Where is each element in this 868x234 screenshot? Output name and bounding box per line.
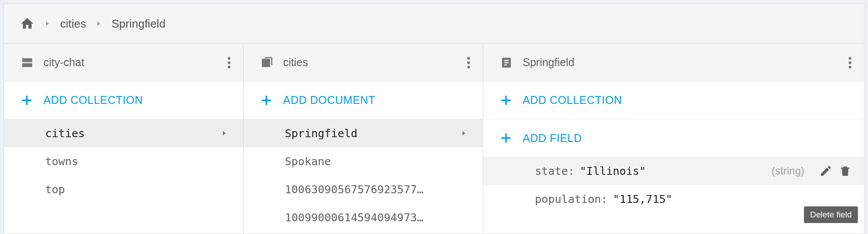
svg-point-15 bbox=[849, 57, 851, 59]
svg-point-7 bbox=[467, 61, 470, 64]
field-value: "115,715" bbox=[613, 193, 672, 206]
add-document-button[interactable]: ADD DOCUMENT bbox=[244, 82, 483, 119]
add-label: ADD DOCUMENT bbox=[283, 94, 375, 106]
edit-icon[interactable] bbox=[819, 164, 832, 177]
svg-rect-13 bbox=[504, 62, 509, 63]
field-value: "Illinois" bbox=[580, 165, 646, 177]
breadcrumb: cities Springfield bbox=[4, 4, 864, 43]
chevron-right-icon bbox=[95, 20, 103, 28]
add-label: ADD COLLECTION bbox=[43, 94, 143, 106]
database-icon bbox=[21, 56, 34, 69]
chevron-right-icon bbox=[220, 127, 228, 140]
item-label: top bbox=[45, 183, 228, 196]
plus-icon bbox=[500, 132, 512, 144]
chevron-right-icon bbox=[460, 127, 468, 140]
document-item[interactable]: 10063090567576923577… bbox=[244, 175, 483, 203]
item-label: Spokane bbox=[285, 155, 468, 168]
svg-point-8 bbox=[467, 65, 470, 68]
field-type: (string) bbox=[771, 165, 804, 177]
add-label: ADD FIELD bbox=[523, 132, 582, 145]
svg-point-6 bbox=[467, 57, 470, 59]
more-vert-icon[interactable] bbox=[848, 56, 852, 69]
more-vert-icon[interactable] bbox=[467, 56, 470, 69]
panel-title: Springfield bbox=[523, 56, 574, 69]
collection-panel: cities ADD DOCUMENT Springfield Spokane bbox=[244, 44, 483, 234]
document-icon bbox=[500, 56, 513, 69]
tooltip-delete-field: Delete field bbox=[804, 206, 858, 223]
delete-icon[interactable] bbox=[839, 164, 852, 177]
field-key: population: bbox=[535, 193, 608, 206]
collection-icon bbox=[260, 56, 273, 69]
more-vert-icon[interactable] bbox=[227, 56, 231, 69]
plus-icon bbox=[260, 94, 273, 106]
svg-rect-14 bbox=[504, 64, 507, 65]
collection-item-top[interactable]: top bbox=[4, 175, 243, 203]
field-row-state[interactable]: state: "Illinois" (string) bbox=[483, 157, 864, 185]
document-item-springfield[interactable]: Springfield bbox=[244, 119, 483, 147]
svg-rect-5 bbox=[262, 59, 269, 66]
item-label: Springfield bbox=[285, 127, 460, 140]
document-item[interactable]: 10099000614594094973… bbox=[244, 203, 483, 231]
home-icon[interactable] bbox=[20, 16, 35, 31]
add-field-button[interactable]: ADD FIELD bbox=[483, 119, 864, 157]
svg-rect-12 bbox=[504, 60, 509, 61]
svg-point-2 bbox=[228, 65, 230, 68]
item-label: 10063090567576923577… bbox=[285, 183, 468, 196]
panel-title: city-chat bbox=[43, 56, 84, 69]
plus-icon bbox=[21, 94, 33, 106]
panel-header: Springfield bbox=[483, 44, 864, 82]
add-collection-button[interactable]: ADD COLLECTION bbox=[483, 82, 864, 119]
chevron-right-icon bbox=[43, 20, 51, 28]
add-collection-button[interactable]: ADD COLLECTION bbox=[4, 82, 243, 119]
panel-title: cities bbox=[283, 56, 308, 69]
svg-point-16 bbox=[849, 61, 851, 64]
item-label: towns bbox=[45, 155, 228, 168]
item-label: 10099000614594094973… bbox=[285, 211, 468, 224]
collection-item-cities[interactable]: cities bbox=[4, 119, 243, 147]
add-label: ADD COLLECTION bbox=[523, 94, 622, 106]
svg-point-17 bbox=[849, 65, 851, 68]
document-item-spokane[interactable]: Spokane bbox=[244, 147, 483, 175]
svg-point-0 bbox=[228, 57, 230, 59]
plus-icon bbox=[500, 94, 512, 106]
collection-item-towns[interactable]: towns bbox=[4, 147, 243, 175]
item-label: cities bbox=[45, 127, 220, 140]
project-panel: city-chat ADD COLLECTION cities towns bbox=[4, 44, 244, 234]
panel-header: city-chat bbox=[4, 44, 243, 82]
breadcrumb-springfield[interactable]: Springfield bbox=[111, 17, 165, 31]
breadcrumb-cities[interactable]: cities bbox=[60, 17, 86, 31]
panel-header: cities bbox=[244, 44, 483, 82]
svg-point-1 bbox=[228, 61, 230, 64]
field-key: state: bbox=[535, 165, 574, 177]
document-panel: Springfield ADD COLLECTION ADD FIELD sta… bbox=[483, 44, 864, 234]
